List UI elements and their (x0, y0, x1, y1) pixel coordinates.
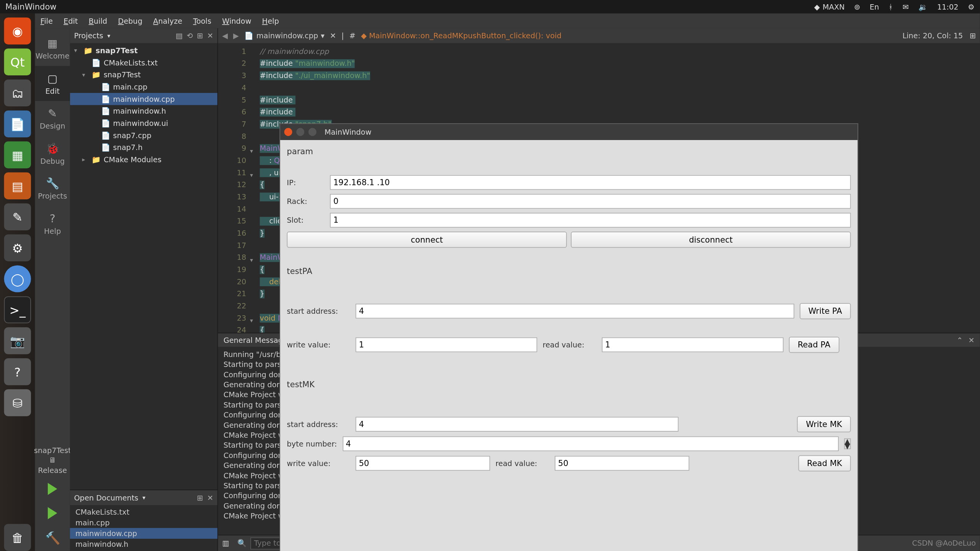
maximize-icon[interactable] (309, 128, 317, 136)
mk-readval-input[interactable] (555, 456, 689, 471)
debug-run-button[interactable] (42, 502, 63, 524)
dialog-titlebar[interactable]: MainWindow (280, 124, 858, 140)
dash-icon[interactable]: ◉ (4, 18, 31, 44)
byte-number-input[interactable] (342, 436, 838, 451)
opendoc-row[interactable]: CMakeLists.txt (70, 507, 217, 517)
tree-row[interactable]: ▾📁snap7Test (70, 44, 217, 57)
disk-icon[interactable]: ⛁ (4, 389, 31, 416)
nvidia-indicator[interactable]: ◆ MAXN (814, 2, 845, 11)
spin-buttons[interactable]: ▲▼ (844, 439, 851, 449)
tree-row[interactable]: ▾📁snap7Test (70, 69, 217, 81)
bluetooth-icon[interactable]: ᚼ (889, 2, 893, 11)
menu-file[interactable]: File (40, 16, 52, 25)
mode-welcome[interactable]: ▦Welcome (35, 31, 70, 66)
network-icon[interactable]: ⊚ (854, 2, 860, 11)
read-mk-button[interactable]: Read MK (798, 455, 851, 471)
mode-edit[interactable]: ▢Edit (35, 66, 70, 101)
tree-row[interactable]: 📄CMakeLists.txt (70, 57, 217, 69)
keyboard-layout[interactable]: En (870, 2, 879, 11)
sync-icon[interactable]: ⟲ (187, 31, 193, 40)
project-tree[interactable]: ▾📁snap7Test📄CMakeLists.txt▾📁snap7Test📄ma… (70, 43, 217, 490)
split-icon[interactable]: ⊞ (197, 31, 203, 40)
menu-window[interactable]: Window (222, 16, 251, 25)
mail-icon[interactable]: ✉ (903, 2, 909, 11)
qtcreator-icon[interactable]: Qt (4, 49, 31, 75)
session-icon[interactable]: ⚙ (968, 2, 974, 11)
symbol-crumb[interactable]: ◆ MainWindow::on_ReadMKpushButton_clicke… (361, 31, 562, 40)
projects-header[interactable]: Projects▾ ▤⟲⊞✕ (70, 28, 217, 43)
trash-icon[interactable]: 🗑 (4, 524, 31, 551)
mk-startaddr-input[interactable] (356, 417, 679, 432)
browser-icon[interactable]: ◯ (4, 265, 31, 292)
close-output-icon[interactable]: ✕ (968, 336, 974, 344)
write-pa-button[interactable]: Write PA (800, 303, 851, 319)
tree-row[interactable]: 📄main.cpp (70, 81, 217, 93)
mode-debug[interactable]: 🐞Debug (35, 136, 70, 171)
tree-row[interactable]: 📄snap7.cpp (70, 129, 217, 142)
param-label: param (287, 147, 851, 156)
mode-help[interactable]: ?Help (35, 206, 70, 241)
volume-icon[interactable]: 🔉 (918, 2, 928, 11)
mode-projects[interactable]: 🔧Projects (35, 171, 70, 206)
disconnect-button[interactable]: disconnect (571, 231, 851, 248)
editor-toolbar: ◀ ▶ 📄 mainwindow.cpp ▾ ✕ | # ◆ MainWindo… (218, 28, 980, 43)
read-pa-button[interactable]: Read PA (789, 337, 839, 353)
menu-bar[interactable]: File Edit Build Debug Analyze Tools Wind… (35, 13, 980, 28)
help-icon[interactable]: ? (4, 358, 31, 385)
nav-back-icon[interactable]: ◀ (222, 31, 228, 40)
line-col[interactable]: Line: 20, Col: 15 (902, 31, 963, 40)
build-button[interactable]: 🔨 (42, 527, 63, 548)
opendocs-header[interactable]: Open Documents▾ ⊞✕ (70, 490, 217, 505)
terminal-icon[interactable]: >_ (4, 296, 31, 323)
slot-input[interactable] (330, 213, 851, 228)
run-button[interactable] (42, 478, 63, 500)
menu-help[interactable]: Help (262, 16, 279, 25)
settings-icon[interactable]: ⚙ (4, 234, 31, 261)
tree-row[interactable]: 📄mainwindow.ui (70, 117, 217, 129)
impress-icon[interactable]: ▤ (4, 173, 31, 199)
minimize-icon[interactable] (296, 128, 304, 136)
menu-analyze[interactable]: Analyze (153, 16, 182, 25)
kit-selector[interactable]: snap7Test 🖥 Release (34, 444, 71, 478)
menu-build[interactable]: Build (89, 16, 108, 25)
files-icon[interactable]: 🗂 (4, 80, 31, 106)
calc-icon[interactable]: ▦ (4, 142, 31, 168)
pa-writeval-input[interactable] (356, 337, 537, 352)
menu-tools[interactable]: Tools (193, 16, 211, 25)
ip-input[interactable] (330, 175, 851, 190)
mk-writeval-input[interactable] (356, 456, 490, 471)
menu-debug[interactable]: Debug (118, 16, 142, 25)
draw-icon[interactable]: ✎ (4, 204, 31, 230)
rack-input[interactable] (330, 194, 851, 209)
tree-row[interactable]: 📄mainwindow.h (70, 105, 217, 117)
close-panel-icon[interactable]: ✕ (207, 31, 213, 40)
split-icon[interactable]: ⊞ (197, 493, 203, 502)
nav-fwd-icon[interactable]: ▶ (233, 31, 239, 40)
write-mk-button[interactable]: Write MK (797, 416, 851, 432)
tree-row[interactable]: ▸📁CMake Modules (70, 153, 217, 166)
mode-design[interactable]: ✎Design (35, 101, 70, 136)
close-icon[interactable] (284, 128, 292, 136)
close-panel-icon[interactable]: ✕ (207, 493, 213, 502)
writer-icon[interactable]: 📄 (4, 111, 31, 137)
wrench-icon: 🔧 (46, 177, 59, 190)
file-combo[interactable]: 📄 mainwindow.cpp ▾ (244, 31, 325, 40)
connect-button[interactable]: connect (287, 231, 567, 248)
opendoc-row[interactable]: mainwindow.cpp (70, 528, 217, 539)
close-doc-icon[interactable]: ✕ (330, 31, 336, 40)
opendocs-list[interactable]: CMakeLists.txtmain.cppmainwindow.cppmain… (70, 505, 217, 551)
expand-icon[interactable]: ⌃ (957, 336, 963, 344)
opendoc-row[interactable]: main.cpp (70, 517, 217, 528)
pa-readval-input[interactable] (602, 337, 784, 352)
pa-startaddr-input[interactable] (356, 304, 794, 319)
clock[interactable]: 11:02 (937, 2, 959, 11)
opendoc-row[interactable]: mainwindow.h (70, 539, 217, 549)
tree-row[interactable]: 📄snap7.h (70, 142, 217, 154)
split-icon[interactable]: ⊞ (970, 31, 976, 40)
edit-icon: ▢ (46, 72, 59, 85)
screenshot-icon[interactable]: 📷 (4, 327, 31, 354)
tree-row[interactable]: 📄mainwindow.cpp (70, 93, 217, 105)
filter-icon[interactable]: ▤ (176, 31, 183, 40)
menu-edit[interactable]: Edit (64, 16, 78, 25)
locator-icon[interactable]: ▥ (222, 539, 229, 548)
